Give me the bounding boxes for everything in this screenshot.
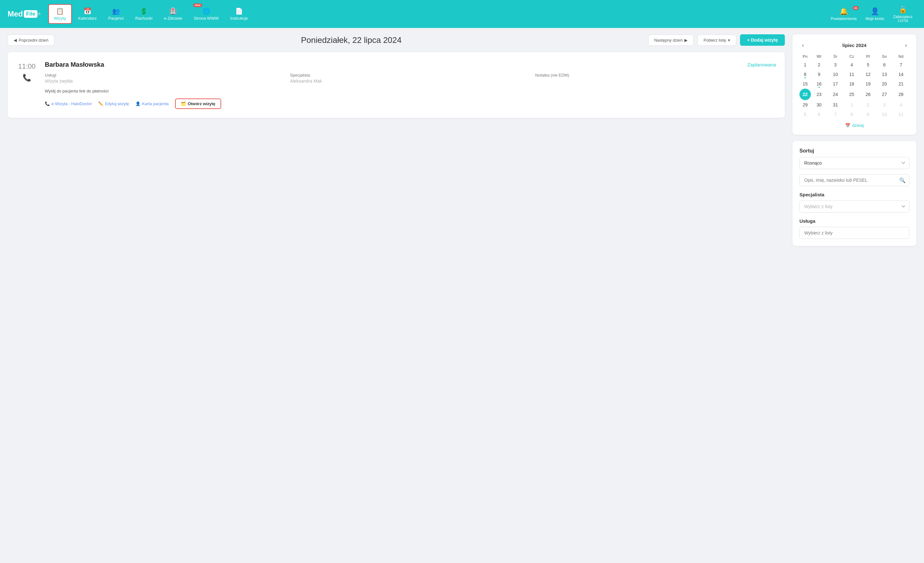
cal-day[interactable]: 1	[800, 60, 811, 70]
cal-prev-button[interactable]: ‹	[800, 41, 806, 49]
cal-day[interactable]: 27	[876, 89, 892, 100]
nav-item-instrukcje[interactable]: 📄 Instrukcje	[225, 5, 253, 23]
specjalista-select[interactable]: Wybierz z listy	[800, 200, 909, 213]
cal-day[interactable]: 30	[811, 100, 827, 110]
specjalista-label: Specjalista	[290, 73, 531, 78]
cal-day[interactable]: 4	[844, 60, 860, 70]
notatka-col: Notatka (nie EDM)	[535, 73, 776, 84]
nav-item-kalendarz[interactable]: 📅 Kalendarz	[73, 5, 102, 23]
otworz-button[interactable]: 🗂️ Otwórz wizytę	[175, 99, 221, 109]
zabezpiecz-label: Zabezpiecz	[893, 15, 912, 19]
edytuj-link[interactable]: ✏️ Edytuj wizytę	[98, 101, 129, 106]
cal-day[interactable]: 29	[800, 100, 811, 110]
calendar-title: lipiec 2024	[842, 43, 867, 48]
nav-zabezpiecz[interactable]: 🔒 Zabezpiecz 119:56	[890, 4, 916, 24]
cal-day[interactable]: 5	[800, 110, 811, 119]
cal-day[interactable]: 13	[876, 70, 892, 79]
cal-day[interactable]: 12	[860, 70, 876, 79]
calendar-days-header: Pn Wt Śr Cz Pt So Nd	[800, 53, 909, 60]
cal-day[interactable]: 7	[827, 110, 843, 119]
nav-moje-konto[interactable]: 👤 Moje konto	[862, 6, 888, 22]
prev-day-button[interactable]: ◀ Poprzedni dzień	[8, 35, 54, 46]
appointment-details: Barbara Masłowska Zaplanowana Usługi Wiz…	[45, 61, 776, 109]
prev-day-label: Poprzedni dzień	[19, 38, 48, 43]
powiadomienia-icon: 🔔	[840, 7, 848, 16]
usluga-input[interactable]	[800, 227, 909, 239]
day-header-nd: Nd	[892, 53, 909, 60]
calendar-week-2: 8 9 10 11 12 13 14	[800, 70, 909, 79]
nav-item-wizyty[interactable]: 📋 Wizyty	[48, 4, 72, 24]
nav-powiadomienia[interactable]: 41 🔔 Powiadomienia	[827, 6, 861, 22]
cal-day[interactable]: 11	[892, 110, 909, 119]
cal-day[interactable]: 8	[800, 70, 811, 79]
notatka-label: Notatka (nie EDM)	[535, 73, 776, 78]
cal-day[interactable]: 11	[844, 70, 860, 79]
cal-day[interactable]: 8	[844, 110, 860, 119]
cal-day[interactable]: 19	[860, 79, 876, 89]
karta-link[interactable]: 👤 Karta pacjenta	[135, 101, 169, 106]
strona-icon: 🌐	[202, 7, 210, 15]
cal-day[interactable]: 21	[892, 79, 909, 89]
nav-item-pacjenci[interactable]: 👥 Pacjenci	[103, 5, 129, 23]
nav-item-rachunki[interactable]: 💲 Rachunki	[130, 5, 158, 23]
usluga-filter-label: Usługa	[800, 218, 909, 224]
cal-day[interactable]: 1	[844, 100, 860, 110]
appointment-status[interactable]: Zaplanowana	[747, 62, 776, 68]
cal-day[interactable]: 2	[811, 60, 827, 70]
ewizyta-label: e-Wizyta - HaloDoctor	[51, 101, 92, 106]
appointment-actions: 📞 e-Wizyta - HaloDoctor ✏️ Edytuj wizytę…	[45, 99, 776, 109]
cal-day[interactable]: 9	[811, 70, 827, 79]
next-day-button[interactable]: Następny dzień ▶	[648, 35, 694, 46]
zabezpiecz-time: 119:56	[897, 19, 908, 23]
cal-day[interactable]: 15	[800, 79, 811, 89]
cal-day[interactable]: 9	[860, 110, 876, 119]
cal-day[interactable]: 6	[876, 60, 892, 70]
new-badge: NEW	[193, 3, 202, 7]
specjalista-value: Aleksandra Mak	[290, 78, 531, 84]
cal-day-today[interactable]: 22	[800, 89, 811, 100]
nav-item-strona-www[interactable]: NEW 🌐 Strona WWW	[189, 5, 224, 23]
next-day-label: Następny dzień	[654, 38, 683, 43]
cal-day[interactable]: 20	[876, 79, 892, 89]
cal-day[interactable]: 5	[860, 60, 876, 70]
sort-select[interactable]: Rosnąco Malejąco	[800, 157, 909, 169]
cal-day[interactable]: 7	[892, 60, 909, 70]
search-input[interactable]	[800, 174, 909, 186]
pacjenci-icon: 👥	[112, 7, 120, 15]
add-visit-button[interactable]: + Dodaj wizytę	[740, 34, 785, 46]
edytuj-label: Edytuj wizytę	[105, 101, 129, 106]
calendar-today-link[interactable]: 📅 dzisiaj	[800, 123, 909, 128]
cal-day[interactable]: 18	[844, 79, 860, 89]
zabezpiecz-icon: 🔒	[898, 5, 907, 14]
ezdrowie-label: e-Zdrowie	[164, 16, 182, 21]
ewizyta-link[interactable]: 📞 e-Wizyta - HaloDoctor	[45, 101, 92, 106]
cal-day[interactable]: 10	[827, 70, 843, 79]
cal-day[interactable]: 2	[860, 100, 876, 110]
cal-day[interactable]: 6	[811, 110, 827, 119]
logo[interactable]: Med File ®	[8, 9, 40, 18]
cal-day[interactable]: 16	[811, 79, 827, 89]
filter-section: Sortuj Rosnąco Malejąco 🔍 Specjalista Wy…	[792, 141, 916, 246]
appointment-card: 11:00 📞 Barbara Masłowska Zaplanowana Us…	[8, 52, 785, 118]
cal-day[interactable]: 10	[876, 110, 892, 119]
download-list-button[interactable]: Pobierz listę ▾	[698, 35, 736, 46]
topbar-date: Poniedziałek, 22 lipca 2024	[301, 35, 402, 45]
cal-day[interactable]: 25	[844, 89, 860, 100]
cal-day[interactable]: 24	[827, 89, 843, 100]
cal-next-button[interactable]: ›	[902, 41, 909, 49]
main-layout: ◀ Poprzedni dzień Poniedziałek, 22 lipca…	[0, 28, 924, 563]
cal-day[interactable]: 17	[827, 79, 843, 89]
ezdrowie-icon: 🏥	[169, 7, 177, 15]
cal-day[interactable]: 28	[892, 89, 909, 100]
cal-day[interactable]: 31	[827, 100, 843, 110]
cal-day[interactable]: 3	[876, 100, 892, 110]
appointment-header: Barbara Masłowska Zaplanowana	[45, 61, 776, 68]
cal-day[interactable]: 3	[827, 60, 843, 70]
cal-day[interactable]: 4	[892, 100, 909, 110]
cal-day[interactable]: 14	[892, 70, 909, 79]
nav-item-ezdrowie[interactable]: 🏥 e-Zdrowie	[159, 5, 188, 23]
cal-day[interactable]: 23	[811, 89, 827, 100]
topbar-left: ◀ Poprzedni dzień	[8, 35, 54, 46]
karta-label: Karta pacjenta	[142, 101, 169, 106]
cal-day[interactable]: 26	[860, 89, 876, 100]
